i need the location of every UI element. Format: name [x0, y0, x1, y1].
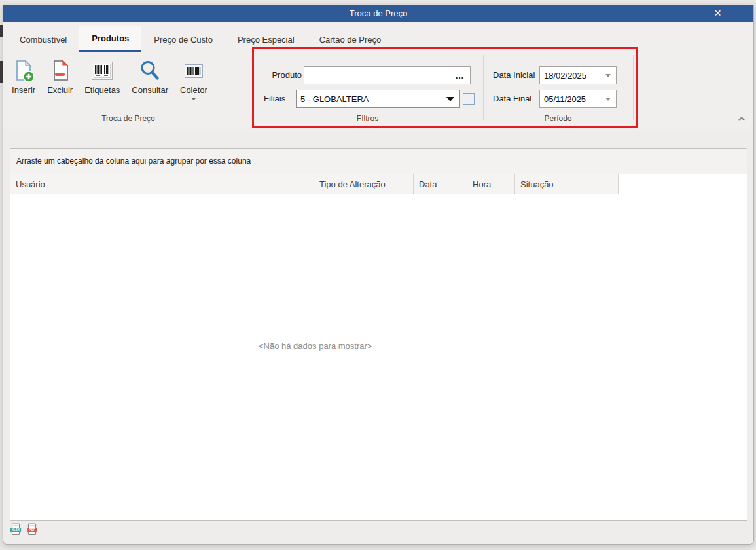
- data-inicial-label: Data Inicial: [493, 70, 535, 80]
- tab-preco-especial[interactable]: Preço Especial: [225, 26, 307, 52]
- delete-document-icon: [48, 59, 72, 82]
- titlebar[interactable]: Troca de Preço — ✕: [3, 5, 753, 22]
- coletor-label: Coletor: [180, 85, 207, 95]
- svg-text:PDF: PDF: [29, 528, 35, 532]
- barcode-scanner-icon: [182, 59, 206, 82]
- tab-combustivel[interactable]: Combustível: [7, 26, 79, 52]
- search-icon: [138, 59, 162, 82]
- consultar-label: Consultar: [132, 85, 168, 95]
- filiais-value: 5 - GLOBALTERA: [300, 94, 446, 104]
- coletor-dropdown-icon: [191, 98, 196, 100]
- data-final-label: Data Final: [493, 94, 531, 103]
- ribbon: Inserir Excluir: [3, 52, 753, 130]
- filiais-combobox[interactable]: 5 - GLOBALTERA: [296, 90, 460, 108]
- header-filler: [619, 174, 747, 194]
- column-header-data[interactable]: Data: [414, 174, 467, 194]
- export-pdf-icon[interactable]: PDF: [26, 523, 38, 536]
- svg-text:XLSX: XLSX: [12, 528, 20, 532]
- close-icon: ✕: [714, 8, 722, 18]
- close-button[interactable]: ✕: [703, 5, 732, 22]
- grid-data-area: <Não há dados para mostrar>: [10, 194, 747, 520]
- consultar-button[interactable]: Consultar: [128, 58, 171, 101]
- chevron-down-icon: [446, 97, 454, 101]
- tab-preco-de-custo[interactable]: Preço de Custo: [141, 26, 225, 52]
- excluir-label: Excluir: [47, 85, 73, 95]
- data-final-value: 05/11/2025: [544, 94, 605, 104]
- produto-input[interactable]: [304, 67, 450, 84]
- produto-field: …: [304, 66, 471, 84]
- group-by-panel[interactable]: Arraste um cabeçalho da coluna aqui para…: [10, 149, 747, 174]
- etiquetas-button[interactable]: Etiquetas: [81, 58, 123, 101]
- column-header-situacao[interactable]: Situação: [515, 174, 619, 194]
- excluir-button[interactable]: Excluir: [44, 58, 76, 101]
- group-separator: [633, 55, 634, 120]
- grid-header-row: Usuário Tipo de Alteração Data Hora Situ…: [10, 174, 747, 194]
- toolbar-group-troca: Inserir Excluir: [9, 58, 211, 101]
- minimize-button[interactable]: —: [674, 5, 703, 22]
- column-header-hora[interactable]: Hora: [467, 174, 515, 194]
- barcode-label-icon: [90, 59, 114, 82]
- group-separator: [251, 55, 251, 120]
- insert-document-icon: [12, 59, 35, 82]
- inserir-label: Inserir: [12, 85, 35, 95]
- tab-produtos[interactable]: Produtos: [79, 26, 141, 52]
- group-label-troca-de-preco: Troca de Preço: [9, 114, 248, 123]
- screen-background: Troca de Preço — ✕ Combustível Produtos …: [0, 0, 756, 550]
- chevron-up-icon: [738, 117, 746, 122]
- data-inicial-picker[interactable]: 18/02/2025: [539, 66, 617, 84]
- tab-cartao-de-preco[interactable]: Cartão de Preço: [307, 26, 394, 52]
- inserir-button[interactable]: Inserir: [9, 58, 39, 101]
- troca-de-preco-window: Troca de Preço — ✕ Combustível Produtos …: [3, 5, 754, 545]
- coletor-button[interactable]: Coletor: [177, 58, 211, 101]
- data-final-picker[interactable]: 05/11/2025: [539, 90, 617, 108]
- column-header-usuario[interactable]: Usuário: [10, 174, 314, 194]
- export-toolbar: XLSX PDF: [10, 523, 38, 536]
- chevron-down-icon: [605, 74, 611, 77]
- empty-data-message: <Não há dados para mostrar>: [259, 341, 372, 351]
- window-title: Troca de Preço: [350, 9, 407, 18]
- produto-label: Produto: [264, 70, 302, 80]
- price-change-grid: Arraste um cabeçalho da coluna aqui para…: [10, 148, 747, 521]
- filiais-label: Filiais: [264, 94, 293, 103]
- collapse-ribbon-button[interactable]: [736, 115, 747, 124]
- etiquetas-label: Etiquetas: [84, 85, 120, 95]
- group-by-hint: Arraste um cabeçalho da coluna aqui para…: [16, 156, 251, 166]
- export-xlsx-icon[interactable]: XLSX: [10, 523, 22, 536]
- column-header-tipo-de-alteracao[interactable]: Tipo de Alteração: [314, 174, 414, 194]
- filiais-checkbox[interactable]: [463, 93, 475, 105]
- group-separator: [483, 55, 484, 120]
- data-inicial-value: 18/02/2025: [544, 71, 605, 81]
- chevron-down-icon: [605, 98, 611, 101]
- group-label-periodo: Período: [483, 114, 633, 123]
- group-label-filtros: FIltros: [252, 114, 483, 123]
- minimize-icon: —: [684, 9, 693, 18]
- ribbon-tab-bar: Combustível Produtos Preço de Custo Preç…: [3, 22, 753, 52]
- main-area: Arraste um cabeçalho da coluna aqui para…: [3, 129, 753, 544]
- produto-lookup-button[interactable]: …: [450, 70, 470, 81]
